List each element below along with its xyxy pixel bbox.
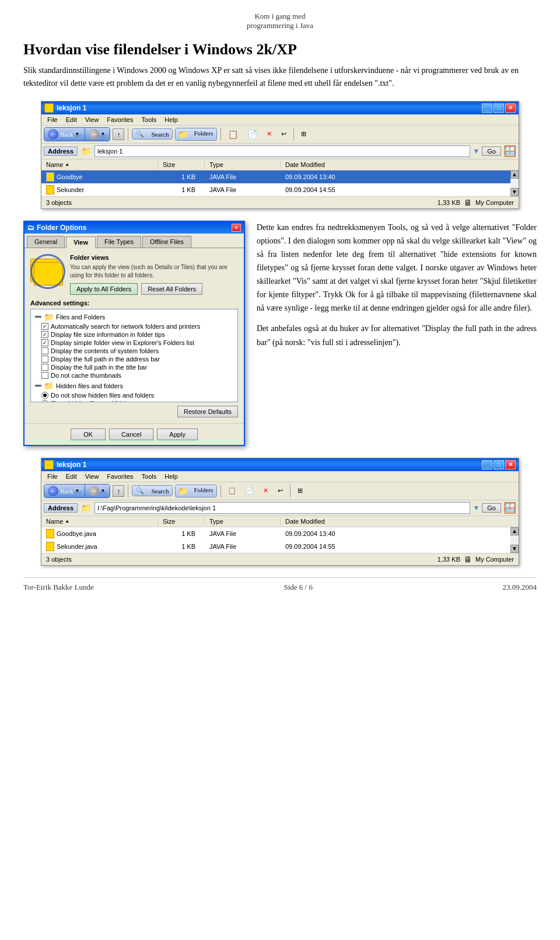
back-icon: ←: [48, 129, 58, 140]
w2-scroll-up[interactable]: ▲: [510, 527, 519, 535]
tab-filetypes[interactable]: File Types: [97, 236, 141, 248]
back-dropdown-icon[interactable]: ▼: [74, 131, 81, 137]
tab-view[interactable]: View: [66, 236, 96, 248]
w2-menu-view[interactable]: View: [82, 472, 103, 481]
search-button[interactable]: 🔍 Search: [132, 128, 173, 140]
adv-item[interactable]: Do not show hidden files and folders: [32, 391, 236, 399]
col-size-header[interactable]: Size: [158, 161, 205, 169]
adv-item[interactable]: Automatically search for network folders…: [32, 322, 236, 330]
w2-copy-button[interactable]: 📄: [242, 486, 257, 496]
w2-go-button[interactable]: Go: [482, 503, 501, 513]
window2-scrollbar[interactable]: ▲ ▼: [510, 527, 519, 553]
window1-close-button[interactable]: ✕: [505, 103, 516, 113]
restore-defaults-container: Restore Defaults: [30, 406, 238, 417]
w2-status-computer: My Computer: [475, 556, 514, 563]
go-button[interactable]: Go: [482, 147, 501, 156]
w2-menu-favorites[interactable]: Favorites: [103, 472, 136, 481]
w2-move-button[interactable]: 📋: [225, 486, 240, 496]
adv-item[interactable]: Display the full path in the title bar: [32, 363, 236, 371]
w2-up-button[interactable]: ↑: [113, 485, 124, 497]
menu-view[interactable]: View: [82, 116, 103, 124]
delete-button[interactable]: ✕: [263, 129, 275, 139]
back-button[interactable]: ← Back ▼: [44, 128, 85, 141]
w2-back-dropdown[interactable]: ▼: [74, 488, 81, 493]
main-title: Hvordan vise filendelser i Windows 2k/XP: [23, 41, 537, 58]
w2-menu-file[interactable]: File: [44, 472, 61, 481]
w2-status-size: 1,33 KB: [438, 556, 460, 563]
apply-to-all-folders-button[interactable]: Apply to All Folders: [70, 283, 138, 295]
w2-folders-button[interactable]: 📁 Folders: [175, 485, 217, 497]
adv-item[interactable]: Display the contents of system folders: [32, 347, 236, 355]
window2-minimize-button[interactable]: _: [482, 460, 492, 469]
w2-scroll-down[interactable]: ▼: [510, 545, 519, 553]
w2-col-date-header[interactable]: Date Modified: [281, 517, 510, 525]
folders-button[interactable]: 📁 Folders: [175, 128, 217, 141]
dialog-titlebar-left: 🗂 Folder Options: [27, 224, 86, 232]
menu-favorites[interactable]: Favorites: [103, 116, 136, 124]
address-input[interactable]: [94, 145, 470, 157]
window1-maximize-button[interactable]: □: [494, 103, 504, 113]
window2-menubar: File Edit View Favorites Tools Help: [41, 471, 519, 482]
w2-col-type-header[interactable]: Type: [205, 517, 281, 525]
col-type-header[interactable]: Type: [205, 161, 281, 169]
window1-scrollbar[interactable]: ▲ ▼: [510, 170, 519, 196]
up-button[interactable]: ↑: [113, 128, 124, 140]
table-row[interactable]: Goodbye 1 KB JAVA File 09.09.2004 13:40: [41, 170, 510, 183]
w2-back-button[interactable]: ← Back ▼: [44, 485, 85, 497]
w2-menu-edit[interactable]: Edit: [62, 472, 80, 481]
dialog-close-button[interactable]: ×: [232, 224, 241, 232]
menu-file[interactable]: File: [44, 116, 61, 124]
move-button[interactable]: 📋: [225, 128, 242, 140]
w2-col-name-header[interactable]: Name ▲: [41, 517, 158, 525]
undo-button[interactable]: ↩: [278, 129, 290, 139]
menu-tools[interactable]: Tools: [138, 116, 160, 124]
w2-address-input[interactable]: [94, 502, 470, 514]
col-name-header[interactable]: Name ▲: [41, 161, 158, 169]
w2-windows-logo: 🪟: [503, 502, 516, 514]
table-row[interactable]: Goodbye.java 1 KB JAVA File 09.09.2004 1…: [41, 527, 510, 540]
scroll-up-button[interactable]: ▲: [510, 170, 519, 179]
back-fwd-group: ← Back ▼ → ▼: [44, 127, 110, 141]
w2-views-button[interactable]: ⊞: [294, 486, 306, 496]
tab-offlinefiles[interactable]: Offline Files: [142, 236, 191, 248]
forward-button[interactable]: → ▼: [85, 128, 110, 141]
adv-item[interactable]: Do not cache thumbnails: [32, 371, 236, 380]
forward-dropdown-icon[interactable]: ▼: [100, 131, 107, 137]
cancel-button[interactable]: Cancel: [109, 429, 153, 440]
w2-delete-button[interactable]: ✕: [260, 486, 272, 496]
tab-general[interactable]: General: [27, 236, 65, 248]
window2-close-button[interactable]: ✕: [505, 460, 516, 469]
apply-button[interactable]: Apply: [157, 429, 198, 440]
menu-help[interactable]: Help: [161, 116, 181, 124]
address-dropdown-icon[interactable]: ▼: [473, 147, 480, 155]
w2-menu-help[interactable]: Help: [161, 472, 181, 481]
w2-undo-button[interactable]: ↩: [274, 486, 286, 496]
item-label: Do not cache thumbnails: [51, 372, 121, 379]
adv-item[interactable]: Display simple folder view in Explorer's…: [32, 339, 236, 347]
w2-col-size-header[interactable]: Size: [158, 517, 205, 525]
ok-button[interactable]: OK: [71, 429, 106, 440]
window2-maximize-button[interactable]: □: [494, 460, 504, 469]
table-row[interactable]: Sekunder 1 KB JAVA File 09.09.2004 14:55: [41, 183, 510, 196]
group-folder-icon: 📁: [44, 312, 54, 322]
views-button[interactable]: ⊞: [298, 129, 310, 139]
dialog-body: Folder views You can apply the view (suc…: [24, 248, 244, 423]
col-date-header[interactable]: Date Modified: [281, 161, 510, 169]
advanced-settings-list[interactable]: ➖ 📁 Files and Folders Automatically sear…: [30, 309, 238, 402]
scroll-down-button[interactable]: ▼: [510, 188, 519, 196]
w2-menu-tools[interactable]: Tools: [138, 472, 160, 481]
w2-search-button[interactable]: 🔍 Search: [132, 485, 173, 496]
table-row[interactable]: Sekunder.java 1 KB JAVA File 09.09.2004 …: [41, 540, 510, 553]
w2-forward-dropdown[interactable]: ▼: [100, 488, 107, 493]
copy-button[interactable]: 📄: [244, 128, 261, 140]
restore-defaults-button[interactable]: Restore Defaults: [177, 406, 238, 417]
adv-item[interactable]: Show hidden files and folders: [32, 399, 236, 402]
menu-edit[interactable]: Edit: [62, 116, 80, 124]
window1-minimize-button[interactable]: _: [482, 103, 492, 113]
adv-item[interactable]: Display file size information in folder …: [32, 330, 236, 339]
w2-forward-button[interactable]: → ▼: [85, 485, 110, 497]
reset-all-folders-button[interactable]: Reset All Folders: [141, 283, 202, 295]
two-col-section: 🗂 Folder Options × General View File Typ…: [23, 221, 537, 446]
adv-item[interactable]: Display the full path in the address bar: [32, 355, 236, 363]
w2-address-dropdown[interactable]: ▼: [473, 504, 480, 512]
